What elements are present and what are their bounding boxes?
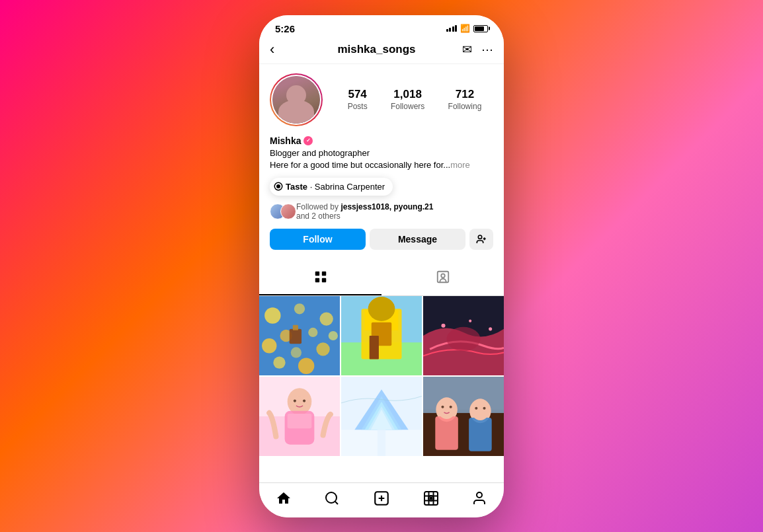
grid-icon bbox=[313, 270, 328, 287]
posts-stat[interactable]: 574 Posts bbox=[348, 88, 368, 111]
nav-bar: ‹ mishka_songs ✉ ⋯ bbox=[259, 38, 504, 64]
svg-rect-47 bbox=[378, 430, 385, 456]
following-stat[interactable]: 712 Following bbox=[448, 88, 482, 111]
svg-rect-4 bbox=[321, 272, 325, 276]
nav-reels[interactable] bbox=[423, 490, 439, 506]
battery-icon bbox=[473, 25, 488, 32]
svg-rect-21 bbox=[290, 329, 301, 344]
nav-search[interactable] bbox=[324, 490, 340, 506]
followers-label: Followers bbox=[391, 102, 424, 111]
others-count: and 2 others bbox=[296, 211, 341, 221]
follower-avatars bbox=[270, 204, 291, 219]
svg-point-73 bbox=[477, 492, 482, 498]
grid-photo-1[interactable] bbox=[259, 296, 340, 375]
grid-photo-2[interactable] bbox=[341, 296, 422, 375]
svg-point-12 bbox=[320, 312, 333, 325]
tab-tagged[interactable] bbox=[382, 263, 504, 295]
svg-point-19 bbox=[273, 356, 285, 368]
svg-rect-3 bbox=[315, 272, 319, 276]
nav-profile[interactable] bbox=[471, 490, 487, 506]
grid-photo-3[interactable] bbox=[423, 296, 504, 375]
svg-rect-57 bbox=[469, 418, 492, 451]
svg-point-10 bbox=[264, 307, 280, 323]
grid-photo-4[interactable] bbox=[259, 377, 340, 456]
svg-point-20 bbox=[298, 358, 314, 373]
following-label: Following bbox=[448, 102, 482, 111]
svg-point-17 bbox=[316, 342, 329, 356]
grid-photo-6[interactable] bbox=[423, 377, 504, 456]
svg-point-8 bbox=[441, 274, 445, 278]
avatar-container[interactable] bbox=[270, 73, 323, 126]
svg-point-15 bbox=[262, 338, 276, 353]
tab-grid[interactable] bbox=[259, 263, 382, 295]
svg-point-54 bbox=[441, 406, 444, 408]
svg-rect-52 bbox=[435, 416, 458, 450]
profile-name: Mishka ✓ bbox=[270, 135, 493, 146]
svg-line-62 bbox=[335, 501, 338, 504]
status-icons: 📶 bbox=[446, 24, 489, 33]
add-friend-button[interactable] bbox=[469, 229, 493, 250]
svg-point-35 bbox=[489, 327, 492, 330]
svg-point-58 bbox=[471, 399, 489, 420]
profile-header: 574 Posts 1,018 Followers 712 Following bbox=[270, 73, 493, 126]
bio-text: Blogger and photographer Here for a good… bbox=[270, 147, 493, 171]
bottom-nav bbox=[259, 482, 504, 517]
svg-point-14 bbox=[308, 328, 317, 337]
message-button[interactable]: Message bbox=[370, 229, 465, 250]
following-count: 712 bbox=[456, 88, 474, 101]
wifi-icon: 📶 bbox=[460, 24, 470, 33]
svg-point-60 bbox=[483, 407, 485, 410]
profile-section: 574 Posts 1,018 Followers 712 Following … bbox=[259, 64, 504, 263]
song-name: Taste bbox=[286, 182, 307, 192]
filter-icon[interactable]: ✉ bbox=[462, 42, 472, 57]
action-buttons: Follow Message bbox=[270, 229, 493, 250]
svg-rect-6 bbox=[321, 278, 325, 282]
svg-point-68 bbox=[430, 497, 432, 499]
grid-photo-5[interactable] bbox=[341, 377, 422, 456]
posts-label: Posts bbox=[348, 102, 368, 111]
svg-point-33 bbox=[441, 324, 445, 328]
follower-avatar-2 bbox=[280, 204, 296, 219]
svg-rect-50 bbox=[423, 377, 504, 413]
nav-username: mishka_songs bbox=[337, 43, 415, 56]
svg-point-59 bbox=[475, 407, 477, 410]
svg-point-16 bbox=[291, 347, 301, 358]
more-options-icon[interactable]: ⋯ bbox=[481, 42, 493, 57]
svg-point-36 bbox=[447, 327, 481, 352]
svg-rect-31 bbox=[370, 336, 379, 360]
svg-point-11 bbox=[294, 303, 305, 314]
back-button[interactable]: ‹ bbox=[270, 41, 291, 58]
signal-icon bbox=[446, 25, 458, 32]
nav-home[interactable] bbox=[276, 490, 292, 506]
followers-count: 1,018 bbox=[393, 88, 422, 101]
follower-names: jessjess1018, pyoung.21 bbox=[341, 202, 433, 211]
follow-button[interactable]: Follow bbox=[270, 229, 366, 250]
svg-point-61 bbox=[326, 492, 337, 503]
music-dot-icon bbox=[275, 183, 282, 190]
bio-section: Mishka ✓ Blogger and photographer Here f… bbox=[270, 135, 493, 171]
tagged-icon bbox=[436, 270, 450, 287]
nav-add[interactable] bbox=[373, 490, 390, 507]
stats-container: 574 Posts 1,018 Followers 712 Following bbox=[336, 88, 493, 111]
bio-more-link[interactable]: more bbox=[450, 160, 470, 170]
music-tooltip[interactable]: Taste · Sabrina Carpenter bbox=[270, 178, 393, 196]
svg-rect-22 bbox=[293, 325, 298, 330]
svg-point-18 bbox=[329, 331, 338, 340]
profile-tabs bbox=[259, 263, 504, 296]
artist-name: Sabrina Carpenter bbox=[315, 182, 385, 192]
followed-by-text: Followed by jessjess1018, pyoung.21 and … bbox=[296, 202, 493, 221]
svg-point-53 bbox=[437, 397, 456, 419]
svg-point-30 bbox=[368, 297, 395, 321]
svg-point-44 bbox=[303, 399, 305, 402]
followed-by-section: Followed by jessjess1018, pyoung.21 and … bbox=[270, 202, 493, 221]
verified-badge: ✓ bbox=[303, 136, 313, 145]
nav-actions: ✉ ⋯ bbox=[462, 42, 493, 57]
status-bar: 5:26 📶 bbox=[259, 15, 504, 38]
photo-grid bbox=[259, 296, 504, 456]
svg-rect-42 bbox=[292, 396, 307, 409]
followers-stat[interactable]: 1,018 Followers bbox=[391, 88, 424, 111]
status-time: 5:26 bbox=[275, 23, 295, 34]
svg-rect-5 bbox=[315, 278, 319, 282]
svg-point-43 bbox=[294, 399, 296, 402]
phone-frame: 5:26 📶 ‹ mishka_songs ✉ ⋯ bbox=[259, 15, 504, 517]
